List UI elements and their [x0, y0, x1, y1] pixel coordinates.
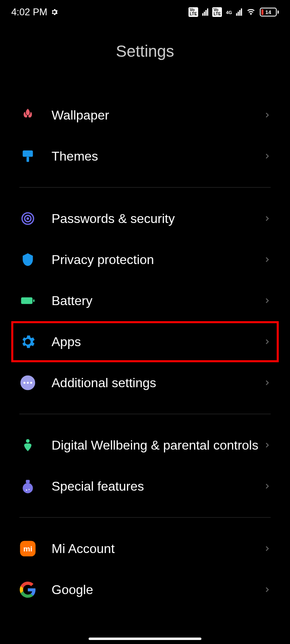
chevron-right-icon [263, 442, 271, 449]
svg-point-11 [30, 382, 32, 384]
fingerprint-icon [19, 210, 36, 227]
brush-icon [19, 148, 36, 165]
volte-icon: VoLTE [188, 7, 198, 17]
divider [19, 187, 271, 188]
svg-point-14 [23, 483, 33, 493]
signal-icon [236, 8, 242, 16]
chevron-right-icon [263, 338, 271, 345]
svg-point-7 [26, 340, 30, 344]
gear-icon [50, 8, 58, 16]
divider [19, 517, 271, 518]
chevron-right-icon [263, 256, 271, 263]
setting-label: Apps [52, 334, 263, 350]
shield-icon [19, 251, 36, 268]
svg-rect-6 [33, 299, 34, 302]
svg-point-15 [26, 489, 27, 491]
flask-icon [19, 478, 36, 495]
setting-label: Privacy protection [52, 252, 263, 268]
status-time: 4:02 PM [11, 6, 47, 18]
settings-list[interactable]: Wallpaper Themes Passwords & security Pr… [0, 95, 290, 610]
tulip-icon [19, 107, 36, 124]
svg-text:mi: mi [23, 545, 32, 553]
svg-point-12 [26, 439, 30, 443]
chevron-right-icon [263, 545, 271, 552]
home-indicator[interactable] [89, 638, 201, 640]
battery-icon [19, 292, 36, 309]
google-icon [19, 581, 36, 598]
volte-icon: VoLTE [212, 7, 222, 17]
setting-label: Battery [52, 293, 263, 309]
setting-label: Google [52, 582, 263, 598]
wifi-icon [246, 8, 256, 16]
signal-icon [202, 8, 208, 16]
signal-4g-icon: 4G [226, 10, 232, 14]
svg-point-9 [23, 382, 25, 384]
chevron-right-icon [263, 153, 271, 160]
chevron-right-icon [263, 297, 271, 304]
status-bar: 4:02 PM VoLTE VoLTE 4G 14 [0, 0, 290, 24]
setting-label: Mi Account [52, 541, 263, 557]
gear-icon [19, 333, 36, 350]
setting-item-apps[interactable]: Apps [11, 321, 279, 362]
setting-item-privacy[interactable]: Privacy protection [0, 239, 290, 280]
status-right: VoLTE VoLTE 4G 14 [188, 7, 279, 17]
setting-item-themes[interactable]: Themes [0, 136, 290, 177]
status-left: 4:02 PM [11, 6, 58, 18]
battery-indicator: 14 [260, 8, 279, 17]
chevron-right-icon [263, 215, 271, 222]
setting-label: Digital Wellbeing & parental controls [52, 437, 263, 453]
setting-item-wallpaper[interactable]: Wallpaper [0, 95, 290, 136]
chevron-right-icon [263, 111, 271, 119]
svg-rect-0 [23, 151, 33, 157]
setting-label: Special features [52, 478, 263, 494]
setting-label: Themes [52, 148, 263, 164]
svg-point-10 [27, 382, 29, 384]
setting-item-passwords[interactable]: Passwords & security [0, 198, 290, 239]
svg-rect-1 [27, 157, 29, 162]
setting-item-wellbeing[interactable]: Digital Wellbeing & parental controls [0, 425, 290, 466]
chevron-right-icon [263, 586, 271, 593]
mi-icon: mi [19, 540, 36, 557]
setting-item-mi-account[interactable]: mi Mi Account [0, 528, 290, 569]
svg-rect-13 [26, 480, 30, 483]
setting-label: Additional settings [52, 375, 263, 391]
svg-rect-5 [21, 297, 32, 304]
setting-label: Passwords & security [52, 211, 263, 227]
chevron-right-icon [263, 483, 271, 490]
page-title: Settings [0, 42, 290, 60]
setting-label: Wallpaper [52, 107, 263, 123]
setting-item-battery[interactable]: Battery [0, 280, 290, 321]
dots-icon [19, 374, 36, 391]
person-icon [19, 437, 36, 454]
setting-item-additional[interactable]: Additional settings [0, 362, 290, 403]
svg-point-16 [29, 489, 30, 490]
setting-item-google[interactable]: Google [0, 569, 290, 610]
setting-item-special[interactable]: Special features [0, 466, 290, 507]
svg-point-4 [27, 218, 28, 219]
chevron-right-icon [263, 379, 271, 386]
divider [19, 414, 271, 414]
